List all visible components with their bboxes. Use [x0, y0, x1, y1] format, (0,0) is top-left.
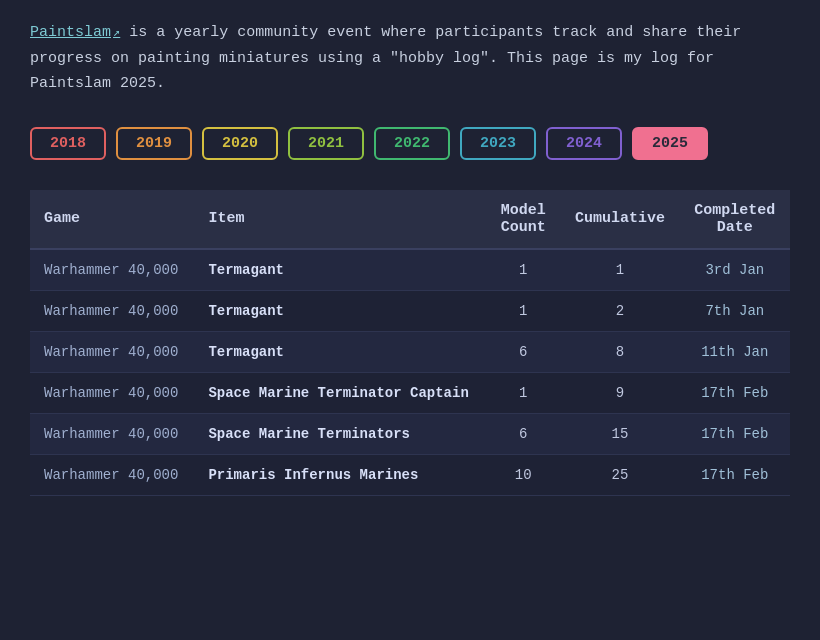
table-row: Warhammer 40,000Space Marine Terminators… — [30, 413, 790, 454]
header-completed-date: CompletedDate — [680, 190, 790, 249]
cell-item: Space Marine Terminators — [194, 413, 486, 454]
cell-game: Warhammer 40,000 — [30, 372, 194, 413]
cell-item: Space Marine Terminator Captain — [194, 372, 486, 413]
paintlog-table: Game Item ModelCount Cumulative Complete… — [30, 190, 790, 496]
cell-cumulative: 9 — [560, 372, 679, 413]
table-body: Warhammer 40,000Termagant113rd JanWarham… — [30, 249, 790, 496]
cell-model-count: 1 — [486, 249, 560, 291]
intro-description: is a yearly community event where partic… — [30, 24, 741, 92]
table-row: Warhammer 40,000Primaris Infernus Marine… — [30, 454, 790, 495]
cell-model-count: 10 — [486, 454, 560, 495]
header-item: Item — [194, 190, 486, 249]
table-row: Warhammer 40,000Termagant113rd Jan — [30, 249, 790, 291]
year-tab-2019[interactable]: 2019 — [116, 127, 192, 160]
cell-game: Warhammer 40,000 — [30, 290, 194, 331]
header-cumulative: Cumulative — [560, 190, 679, 249]
cell-game: Warhammer 40,000 — [30, 249, 194, 291]
table-row: Warhammer 40,000Space Marine Terminator … — [30, 372, 790, 413]
year-tab-2024[interactable]: 2024 — [546, 127, 622, 160]
cell-date: 17th Feb — [680, 372, 790, 413]
year-tab-2023[interactable]: 2023 — [460, 127, 536, 160]
cell-model-count: 1 — [486, 372, 560, 413]
cell-item: Termagant — [194, 249, 486, 291]
year-tab-2018[interactable]: 2018 — [30, 127, 106, 160]
header-model-count: ModelCount — [486, 190, 560, 249]
cell-date: 17th Feb — [680, 454, 790, 495]
table-header: Game Item ModelCount Cumulative Complete… — [30, 190, 790, 249]
cell-date: 17th Feb — [680, 413, 790, 454]
table-row: Warhammer 40,000Termagant6811th Jan — [30, 331, 790, 372]
header-game: Game — [30, 190, 194, 249]
cell-cumulative: 1 — [560, 249, 679, 291]
cell-model-count: 6 — [486, 331, 560, 372]
cell-item: Termagant — [194, 290, 486, 331]
year-tab-2025[interactable]: 2025 — [632, 127, 708, 160]
year-tab-2020[interactable]: 2020 — [202, 127, 278, 160]
cell-model-count: 1 — [486, 290, 560, 331]
table-row: Warhammer 40,000Termagant127th Jan — [30, 290, 790, 331]
cell-game: Warhammer 40,000 — [30, 331, 194, 372]
cell-date: 3rd Jan — [680, 249, 790, 291]
cell-item: Primaris Infernus Marines — [194, 454, 486, 495]
cell-game: Warhammer 40,000 — [30, 454, 194, 495]
cell-cumulative: 8 — [560, 331, 679, 372]
year-tab-2022[interactable]: 2022 — [374, 127, 450, 160]
paintslam-link[interactable]: Paintslam — [30, 24, 120, 41]
cell-date: 11th Jan — [680, 331, 790, 372]
cell-model-count: 6 — [486, 413, 560, 454]
cell-game: Warhammer 40,000 — [30, 413, 194, 454]
year-tabs-container: 20182019202020212022202320242025 — [30, 127, 790, 160]
cell-cumulative: 2 — [560, 290, 679, 331]
cell-cumulative: 15 — [560, 413, 679, 454]
cell-date: 7th Jan — [680, 290, 790, 331]
year-tab-2021[interactable]: 2021 — [288, 127, 364, 160]
cell-cumulative: 25 — [560, 454, 679, 495]
intro-text: Paintslam is a yearly community event wh… — [30, 20, 790, 97]
cell-item: Termagant — [194, 331, 486, 372]
